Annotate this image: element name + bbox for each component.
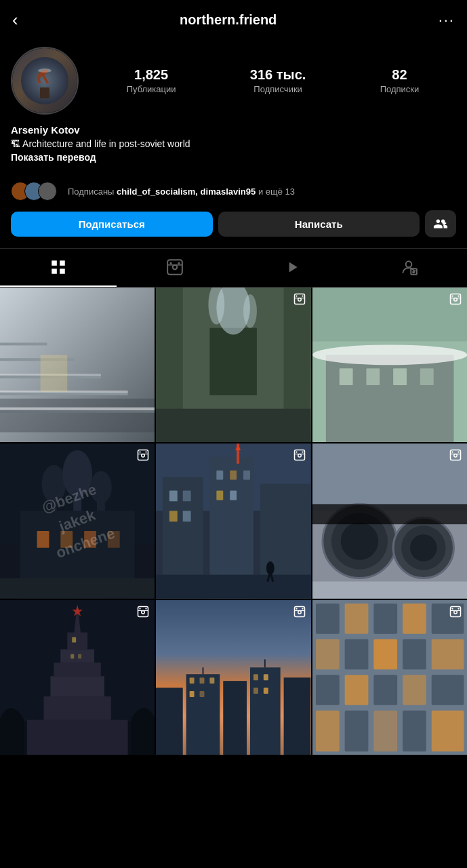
svg-rect-168	[373, 710, 397, 751]
bio-text: 🏗 Architecture and life in post-soviet w…	[11, 138, 456, 149]
svg-rect-60	[108, 531, 120, 548]
svg-rect-129	[186, 674, 220, 755]
svg-rect-80	[230, 491, 237, 500]
snow-building-decoration	[312, 288, 467, 442]
svg-rect-29	[156, 409, 310, 443]
svg-point-63	[142, 454, 145, 458]
subscribe-button[interactable]: Подписаться	[11, 212, 213, 237]
tabs	[0, 248, 467, 288]
avatar-image	[21, 57, 68, 104]
svg-rect-1	[40, 87, 49, 98]
svg-rect-151	[316, 604, 340, 634]
follower-avatar-3	[38, 182, 57, 201]
corridor-decoration	[156, 288, 310, 442]
stat-posts[interactable]: 1,825 Публикации	[127, 67, 176, 94]
svg-point-123	[142, 610, 145, 614]
grid-item-8[interactable]	[156, 600, 310, 755]
grid-item-5[interactable]	[156, 443, 310, 598]
followed-by-users: child_of_socialism, dimaslavin95	[117, 186, 256, 197]
svg-point-103	[454, 454, 458, 458]
back-button[interactable]: ‹	[12, 9, 18, 31]
svg-rect-133	[190, 677, 195, 684]
tab-reels[interactable]	[117, 249, 233, 287]
svg-point-125	[146, 608, 147, 609]
svg-point-64	[140, 452, 141, 453]
grid-item-3[interactable]	[312, 288, 467, 442]
svg-rect-162	[344, 675, 368, 705]
tab-videos[interactable]	[234, 249, 350, 287]
avatar[interactable]	[11, 47, 79, 115]
stat-following[interactable]: 82 Подписки	[380, 67, 420, 94]
grid-item-9[interactable]	[312, 600, 467, 755]
photo-grid: @bezhejakekonchene	[0, 288, 467, 755]
svg-point-65	[146, 452, 147, 453]
svg-rect-136	[190, 691, 195, 697]
reel-badge-3	[449, 293, 462, 309]
add-friend-button[interactable]	[425, 210, 456, 237]
svg-rect-154	[403, 604, 426, 634]
apartment-decoration	[156, 443, 310, 598]
svg-rect-114	[50, 676, 104, 696]
svg-rect-131	[250, 667, 281, 755]
following-label: Подписки	[380, 84, 420, 94]
svg-rect-153	[373, 604, 397, 634]
profile-top: 1,825 Публикации 316 тыс. Подписчики 82 …	[0, 40, 467, 124]
more-options-button[interactable]: ···	[439, 12, 455, 29]
svg-rect-78	[243, 471, 250, 480]
svg-rect-100	[312, 505, 467, 525]
svg-point-88	[298, 454, 301, 458]
svg-point-146	[296, 608, 297, 609]
svg-point-89	[296, 452, 297, 453]
svg-rect-159	[403, 639, 426, 669]
stat-followers[interactable]: 316 тыс. Подписчики	[250, 67, 306, 94]
facade-decoration	[312, 600, 467, 755]
grid-item-4[interactable]: @bezhejakekonchene	[0, 443, 155, 598]
reel-icon-3	[449, 293, 462, 305]
svg-rect-118	[70, 654, 74, 658]
svg-rect-112	[60, 649, 94, 663]
svg-rect-113	[54, 663, 100, 676]
followed-avatars	[11, 182, 52, 201]
svg-point-33	[302, 295, 303, 296]
svg-rect-58	[60, 531, 73, 548]
church-decoration	[0, 443, 155, 598]
tab-grid[interactable]	[0, 249, 117, 287]
svg-rect-157	[344, 639, 368, 669]
message-button[interactable]: Написать	[218, 212, 420, 237]
grid-icon	[49, 258, 67, 276]
header: ‹ northern.friend ···	[0, 0, 467, 40]
svg-point-124	[140, 608, 141, 609]
svg-point-46	[458, 295, 459, 296]
svg-rect-101	[312, 582, 467, 599]
grid-item-2[interactable]	[156, 288, 310, 442]
svg-rect-115	[44, 696, 111, 720]
reel-badge-4	[137, 449, 149, 465]
svg-rect-25	[210, 328, 257, 395]
svg-rect-161	[316, 675, 340, 705]
reel-badge-8	[293, 606, 306, 621]
reel-icon-8	[293, 606, 306, 618]
tab-tagged[interactable]	[350, 249, 467, 287]
grid-item-1[interactable]	[0, 288, 155, 442]
svg-point-99	[410, 534, 437, 561]
svg-rect-164	[403, 675, 426, 705]
svg-rect-38	[339, 368, 352, 385]
sunset-decoration	[156, 600, 310, 755]
grid-item-6[interactable]	[312, 443, 467, 598]
svg-rect-132	[284, 677, 311, 755]
translate-button[interactable]: Показать перевод	[11, 152, 456, 163]
svg-point-28	[243, 294, 257, 328]
svg-rect-72	[169, 491, 178, 502]
svg-rect-41	[420, 368, 433, 385]
grid-item-7[interactable]	[0, 600, 155, 755]
svg-point-90	[302, 452, 303, 453]
posts-count: 1,825	[134, 67, 168, 83]
svg-point-172	[454, 610, 458, 614]
svg-point-7	[170, 262, 172, 264]
add-person-icon	[433, 216, 448, 231]
reel-badge-7	[137, 606, 149, 621]
followed-by-text[interactable]: Подписаны child_of_socialism, dimaslavin…	[68, 186, 295, 197]
svg-rect-165	[431, 675, 464, 705]
reel-icon-7	[137, 606, 149, 618]
svg-rect-53	[73, 474, 81, 511]
